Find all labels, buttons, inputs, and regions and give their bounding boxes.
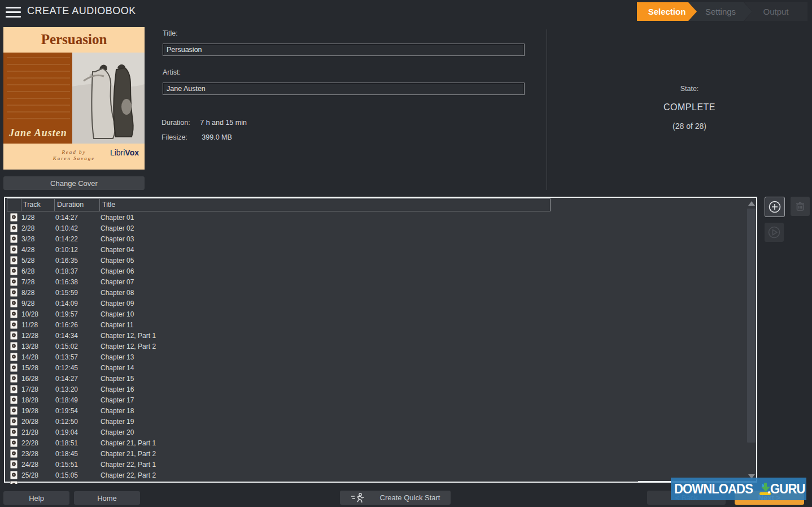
duration-cell: 0:18:45 — [55, 450, 78, 458]
duration-cell: 0:14:09 — [55, 300, 78, 307]
title-cell: Chapter 19 — [101, 418, 134, 426]
duration-cell: 0:19:54 — [55, 407, 78, 415]
table-header: Track Duration Title — [7, 198, 551, 211]
table-row[interactable]: 14/28 0:13:57 Chapter 13 — [5, 352, 745, 362]
table-row[interactable]: 15/28 0:12:45 Chapter 14 — [5, 362, 745, 373]
title-cell: Chapter 01 — [101, 214, 134, 222]
table-row[interactable]: 22/28 0:18:51 Chapter 21, Part 1 — [5, 437, 745, 448]
title-cell: Chapter 18 — [101, 407, 134, 415]
scroll-up-icon[interactable] — [746, 199, 756, 207]
column-header-track[interactable]: Track — [23, 201, 41, 209]
table-row[interactable]: 25/28 0:15:05 Chapter 22, Part 2 — [5, 470, 745, 480]
filesize-label: Filesize: — [161, 133, 187, 141]
table-row[interactable]: 19/28 0:19:54 Chapter 18 — [5, 405, 745, 416]
watermark-text-left: DOWNLOADS — [674, 481, 753, 497]
duration-cell: 0:19:57 — [55, 310, 78, 318]
table-row[interactable]: 7/28 0:16:38 Chapter 07 — [5, 276, 745, 287]
audio-file-icon — [10, 449, 18, 460]
audio-file-icon — [10, 471, 18, 481]
audio-file-icon — [10, 396, 18, 406]
tab-settings[interactable]: Settings — [689, 2, 752, 21]
duration-cell: 0:15:05 — [55, 471, 78, 479]
duration-value: 7 h and 15 min — [200, 119, 247, 127]
track-cell: 2/28 — [21, 224, 34, 232]
title-cell: Chapter 12, Part 2 — [101, 343, 156, 350]
table-row[interactable]: 11/28 0:16:26 Chapter 11 — [5, 319, 745, 330]
table-row[interactable]: 20/28 0:12:50 Chapter 19 — [5, 416, 745, 427]
track-cell: 7/28 — [21, 278, 34, 286]
add-track-button[interactable] — [765, 197, 785, 217]
audio-file-icon — [10, 460, 18, 470]
duration-cell: 0:13:57 — [55, 353, 78, 361]
artist-label: Artist: — [163, 68, 181, 76]
duration-row: Duration: 7 h and 15 min — [161, 119, 247, 127]
play-track-button[interactable] — [765, 223, 784, 242]
track-table: Track Duration Title 1/28 0:14:27 Chapte… — [4, 197, 757, 483]
table-row[interactable]: 2/28 0:10:42 Chapter 02 — [5, 223, 745, 233]
track-cell: 1/28 — [21, 214, 34, 222]
table-row[interactable]: 10/28 0:19:57 Chapter 10 — [5, 309, 745, 319]
duration-label: Duration: — [161, 119, 190, 127]
duration-cell: 0:13:20 — [55, 385, 78, 393]
play-circle-icon — [768, 226, 780, 239]
create-quick-start-button[interactable]: Create Quick Start — [340, 491, 451, 505]
table-row[interactable]: 4/28 0:10:12 Chapter 04 — [5, 244, 745, 255]
table-row[interactable]: 21/28 0:19:04 Chapter 20 — [5, 427, 745, 437]
title-cell: Chapter 10 — [101, 310, 134, 318]
menu-icon[interactable] — [6, 7, 21, 18]
table-row[interactable]: 16/28 0:14:27 Chapter 15 — [5, 373, 745, 384]
tab-selection[interactable]: Selection — [637, 2, 697, 21]
track-cell: 19/28 — [21, 407, 38, 415]
track-cell: 14/28 — [21, 353, 38, 361]
table-row[interactable]: 23/28 0:18:45 Chapter 21, Part 2 — [5, 448, 745, 459]
audio-file-icon — [10, 342, 18, 352]
duration-cell: 0:10:42 — [55, 224, 78, 232]
track-cell: 24/28 — [21, 461, 38, 469]
title-cell: Chapter 15 — [101, 375, 134, 383]
help-button[interactable]: Help — [3, 491, 69, 505]
download-arrow-icon — [758, 483, 763, 495]
table-row[interactable]: 3/28 0:14:22 Chapter 03 — [5, 233, 745, 244]
duration-cell: 0:14:27 — [55, 214, 78, 222]
table-row[interactable]: 13/28 0:15:02 Chapter 12, Part 2 — [5, 341, 745, 352]
duration-cell: 0:16:26 — [55, 321, 78, 329]
title-label: Title: — [163, 29, 178, 37]
delete-track-button[interactable] — [791, 197, 810, 216]
table-row[interactable]: 12/28 0:14:34 Chapter 12, Part 1 — [5, 330, 745, 341]
change-cover-button[interactable]: Change Cover — [3, 176, 145, 190]
artist-input[interactable] — [163, 83, 525, 95]
title-cell: Chapter 14 — [101, 364, 134, 372]
audio-file-icon — [10, 406, 18, 417]
duration-cell: 0:15:51 — [55, 461, 78, 469]
table-row[interactable]: 9/28 0:14:09 Chapter 09 — [5, 298, 745, 309]
table-row[interactable]: 18/28 0:18:49 Chapter 17 — [5, 395, 745, 405]
table-row[interactable]: 1/28 0:14:27 Chapter 01 — [5, 212, 745, 223]
duration-cell: 0:14:34 — [55, 332, 78, 340]
home-button[interactable]: Home — [74, 491, 140, 505]
column-header-title[interactable]: Title — [102, 201, 115, 209]
wizard-breadcrumb: Selection Settings Output — [637, 2, 807, 21]
cover-book-title: Persuasion — [3, 32, 145, 47]
tab-output[interactable]: Output — [744, 2, 807, 21]
audio-file-icon — [10, 310, 18, 320]
table-scrollbar[interactable] — [746, 199, 756, 480]
track-cell: 22/28 — [21, 439, 38, 447]
column-header-duration[interactable]: Duration — [57, 201, 84, 209]
audio-file-icon — [10, 374, 18, 384]
audio-file-icon — [10, 299, 18, 309]
track-cell: 23/28 — [21, 450, 38, 458]
runner-icon — [351, 493, 365, 503]
audio-file-icon — [10, 213, 18, 223]
audio-file-icon — [10, 320, 18, 331]
table-row[interactable]: 6/28 0:18:37 Chapter 06 — [5, 266, 745, 276]
state-progress: (28 of 28) — [622, 122, 757, 131]
table-row[interactable]: 24/28 0:15:51 Chapter 22, Part 1 — [5, 459, 745, 470]
title-input[interactable] — [163, 44, 525, 56]
table-row[interactable]: 17/28 0:13:20 Chapter 16 — [5, 384, 745, 395]
scrollbar-thumb[interactable] — [747, 209, 756, 443]
table-row[interactable]: 8/28 0:15:59 Chapter 08 — [5, 287, 745, 298]
table-row[interactable]: 5/28 0:16:35 Chapter 05 — [5, 255, 745, 266]
filesize-row: Filesize: 399.0 MB — [161, 133, 232, 141]
title-cell: Chapter 05 — [101, 257, 134, 265]
title-cell: Chapter 03 — [101, 235, 134, 243]
